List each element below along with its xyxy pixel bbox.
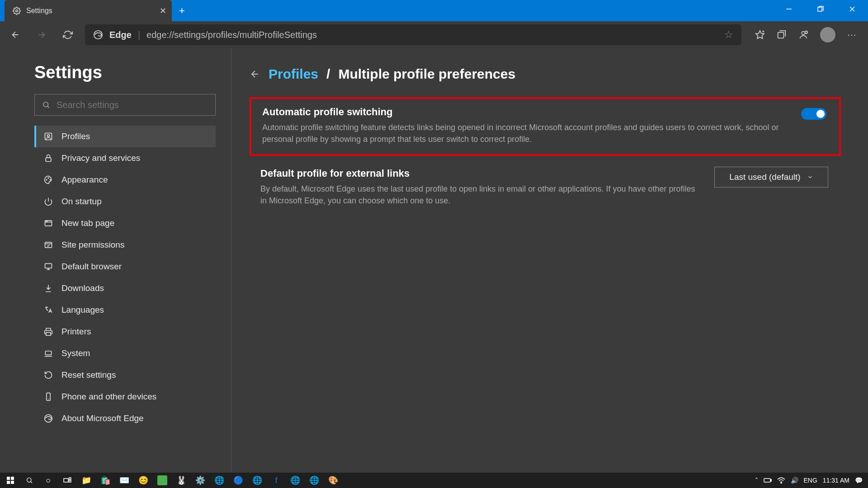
sidebar-item-phone[interactable]: Phone and other devices <box>34 386 216 408</box>
sidebar-item-privacy[interactable]: Privacy and services <box>34 147 216 169</box>
toggle-knob <box>816 110 825 118</box>
sidebar-item-label: Reset settings <box>61 370 116 380</box>
task-view-button[interactable] <box>60 474 75 487</box>
taskbar-app-edge3[interactable]: 🌐 <box>288 474 303 487</box>
sidebar-item-label: Printers <box>61 327 91 337</box>
address-bar[interactable]: Edge | edge://settings/profiles/multiPro… <box>85 24 741 45</box>
browser-tab-settings[interactable]: Settings ✕ <box>5 0 172 21</box>
svg-rect-45 <box>764 479 770 482</box>
sidebar-item-defaultbrowser[interactable]: Default browser <box>34 256 216 277</box>
taskbar-app-chrome[interactable]: 🔵 <box>231 474 246 487</box>
sidebar-item-label: Appearance <box>61 175 108 185</box>
minimize-button[interactable] <box>773 0 805 18</box>
setting-description: By default, Microsoft Edge uses the last… <box>260 183 699 206</box>
more-menu-button[interactable]: ⋯ <box>847 29 856 40</box>
sidebar-item-sitepermissions[interactable]: Site permissions <box>34 234 216 256</box>
tab-title: Settings <box>26 7 52 15</box>
notifications-icon[interactable]: 💬 <box>855 477 863 484</box>
taskbar-app[interactable] <box>157 475 167 485</box>
sidebar-item-system[interactable]: System <box>34 343 216 364</box>
sidebar-title: Settings <box>34 63 216 82</box>
breadcrumb-parent-link[interactable]: Profiles <box>269 66 318 82</box>
sidebar-item-label: System <box>61 348 90 358</box>
sidebar-item-profiles[interactable]: Profiles <box>34 126 216 147</box>
auto-switch-toggle[interactable] <box>801 108 826 120</box>
forward-button[interactable] <box>33 26 51 44</box>
setting-title: Automatic profile switching <box>262 106 828 118</box>
taskbar-app-store[interactable]: 🛍️ <box>98 474 113 487</box>
sidebar-item-resetsettings[interactable]: Reset settings <box>34 364 216 386</box>
volume-icon[interactable]: 🔊 <box>791 477 798 484</box>
start-button[interactable] <box>3 474 18 487</box>
battery-icon[interactable] <box>764 478 772 483</box>
svg-rect-31 <box>45 351 51 355</box>
close-window-button[interactable] <box>836 0 868 18</box>
search-input[interactable] <box>57 100 208 110</box>
chevron-down-icon <box>807 174 813 180</box>
svg-point-17 <box>46 179 47 180</box>
setting-auto-profile-switching: Automatic profile switching Automatic pr… <box>250 97 841 156</box>
address-url: edge://settings/profiles/multiProfileSet… <box>146 30 317 40</box>
wifi-icon[interactable] <box>777 477 785 483</box>
sidebar-item-newtabpage[interactable]: New tab page <box>34 212 216 234</box>
svg-point-19 <box>50 179 51 180</box>
svg-point-12 <box>43 102 48 107</box>
search-button[interactable] <box>22 474 37 487</box>
breadcrumb-back-button[interactable] <box>250 69 260 80</box>
close-tab-button[interactable]: ✕ <box>160 6 166 16</box>
tray-time[interactable]: 11:31 AM <box>823 477 849 484</box>
toolbar: Edge | edge://settings/profiles/multiPro… <box>0 21 868 48</box>
default-profile-dropdown[interactable]: Last used (default) <box>714 167 828 188</box>
svg-rect-42 <box>64 479 68 482</box>
languages-icon <box>43 305 53 314</box>
favorites-button[interactable] <box>755 30 765 40</box>
sidebar-item-label: Site permissions <box>61 240 124 250</box>
taskbar-app-edge[interactable]: 🌐 <box>212 474 227 487</box>
sidebar-item-downloads[interactable]: Downloads <box>34 277 216 299</box>
taskbar-app-settings[interactable]: ⚙️ <box>193 474 208 487</box>
maximize-button[interactable] <box>805 0 836 18</box>
breadcrumb-separator: / <box>326 66 330 82</box>
sidebar-item-languages[interactable]: Languages <box>34 299 216 321</box>
system-icon <box>43 349 53 358</box>
sidebar-item-label: About Microsoft Edge <box>61 413 144 423</box>
taskbar-app-facebook[interactable]: f <box>269 474 284 487</box>
tray-language[interactable]: ENG <box>804 477 817 484</box>
new-tab-button[interactable]: + <box>172 0 192 21</box>
taskbar-app-edge4[interactable]: 🌐 <box>307 474 322 487</box>
sidebar-item-appearance[interactable]: Appearance <box>34 169 216 191</box>
breadcrumb-current: Multiple profile preferences <box>338 66 515 82</box>
profile-icon[interactable] <box>798 30 808 40</box>
tray-overflow-icon[interactable]: ˄ <box>755 477 758 484</box>
svg-point-40 <box>27 478 31 482</box>
phone-icon <box>43 392 53 401</box>
svg-line-41 <box>31 482 32 483</box>
windows-taskbar: ○ 📁 🛍️ ✉️ 😊 🐰 ⚙️ 🌐 🔵 🌐 f 🌐 🌐 🎨 ˄ 🔊 ENG 1… <box>0 473 868 488</box>
favorite-outline-icon[interactable]: ☆ <box>724 29 733 41</box>
cortana-button[interactable]: ○ <box>41 474 56 487</box>
collections-button[interactable] <box>777 30 787 40</box>
settings-content: Profiles / Multiple profile preferences … <box>231 48 868 473</box>
settings-page: Settings Profiles Privacy and services A… <box>0 48 868 473</box>
breadcrumb: Profiles / Multiple profile preferences <box>250 66 841 82</box>
sidebar-item-printers[interactable]: Printers <box>34 321 216 343</box>
sidebar-item-label: Languages <box>61 305 104 315</box>
taskbar-app-edge2[interactable]: 🌐 <box>250 474 265 487</box>
taskbar-app-explorer[interactable]: 📁 <box>79 474 94 487</box>
svg-point-11 <box>805 31 808 34</box>
back-button[interactable] <box>6 26 24 44</box>
svg-rect-2 <box>818 7 822 11</box>
taskbar-app-paint[interactable]: 🎨 <box>326 474 341 487</box>
taskbar-app-mail[interactable]: ✉️ <box>117 474 132 487</box>
sidebar-item-onstartup[interactable]: On startup <box>34 191 216 212</box>
setting-description: Automatic profile switching feature dete… <box>262 122 796 145</box>
user-avatar[interactable] <box>820 27 835 42</box>
window-controls <box>773 0 868 18</box>
titlebar: Settings ✕ + <box>0 0 868 21</box>
sidebar-item-about[interactable]: About Microsoft Edge <box>34 408 216 429</box>
svg-rect-39 <box>11 481 14 484</box>
refresh-button[interactable] <box>59 26 77 44</box>
search-settings[interactable] <box>34 94 216 116</box>
taskbar-app[interactable]: 🐰 <box>174 474 189 487</box>
taskbar-app[interactable]: 😊 <box>136 474 151 487</box>
